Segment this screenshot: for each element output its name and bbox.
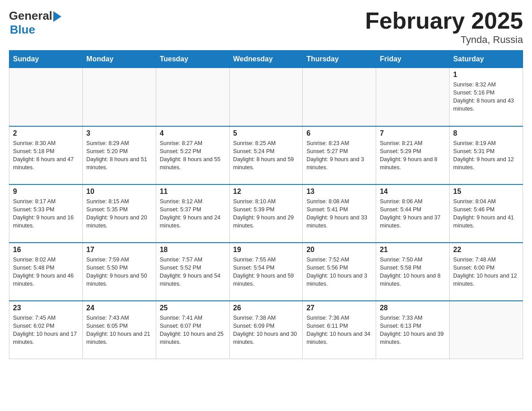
calendar-day-cell: 15Sunrise: 8:04 AM Sunset: 5:46 PM Dayli…: [450, 184, 523, 243]
calendar-day-cell: [156, 68, 229, 126]
calendar-day-cell: 6Sunrise: 8:23 AM Sunset: 5:27 PM Daylig…: [303, 126, 376, 184]
day-number: 26: [233, 304, 299, 312]
day-info: Sunrise: 8:32 AM Sunset: 5:16 PM Dayligh…: [453, 81, 519, 113]
calendar-day-cell: [450, 301, 523, 359]
calendar-day-cell: 20Sunrise: 7:52 AM Sunset: 5:56 PM Dayli…: [303, 243, 376, 301]
calendar-day-cell: 11Sunrise: 8:12 AM Sunset: 5:37 PM Dayli…: [156, 184, 229, 243]
day-number: 28: [380, 304, 446, 312]
day-number: 17: [86, 246, 152, 254]
calendar-day-cell: [82, 68, 156, 126]
day-info: Sunrise: 8:04 AM Sunset: 5:46 PM Dayligh…: [453, 197, 519, 230]
calendar-week-row: 16Sunrise: 8:02 AM Sunset: 5:48 PM Dayli…: [9, 243, 523, 301]
calendar-day-cell: 14Sunrise: 8:06 AM Sunset: 5:44 PM Dayli…: [376, 184, 450, 243]
day-info: Sunrise: 7:45 AM Sunset: 6:02 PM Dayligh…: [13, 314, 79, 347]
calendar-day-cell: 16Sunrise: 8:02 AM Sunset: 5:48 PM Dayli…: [9, 243, 83, 301]
calendar-header-row: Sunday Monday Tuesday Wednesday Thursday…: [9, 51, 523, 68]
day-info: Sunrise: 8:23 AM Sunset: 5:27 PM Dayligh…: [306, 139, 372, 172]
header-wednesday: Wednesday: [229, 51, 303, 68]
calendar-day-cell: 22Sunrise: 7:48 AM Sunset: 6:00 PM Dayli…: [450, 243, 523, 301]
day-number: 27: [306, 304, 372, 312]
day-number: 3: [86, 129, 152, 137]
day-info: Sunrise: 8:02 AM Sunset: 5:48 PM Dayligh…: [13, 256, 79, 288]
day-number: 20: [306, 246, 372, 254]
calendar-day-cell: 18Sunrise: 7:57 AM Sunset: 5:52 PM Dayli…: [156, 243, 229, 301]
day-info: Sunrise: 8:12 AM Sunset: 5:37 PM Dayligh…: [160, 197, 226, 230]
day-number: 19: [233, 246, 299, 254]
day-info: Sunrise: 7:59 AM Sunset: 5:50 PM Dayligh…: [86, 256, 152, 288]
logo-arrow-icon: [53, 11, 61, 22]
calendar-day-cell: [9, 68, 83, 126]
calendar-day-cell: 23Sunrise: 7:45 AM Sunset: 6:02 PM Dayli…: [9, 301, 83, 359]
day-info: Sunrise: 8:17 AM Sunset: 5:33 PM Dayligh…: [13, 197, 79, 230]
day-info: Sunrise: 8:27 AM Sunset: 5:22 PM Dayligh…: [160, 139, 226, 172]
day-info: Sunrise: 8:29 AM Sunset: 5:20 PM Dayligh…: [86, 139, 152, 172]
day-info: Sunrise: 7:57 AM Sunset: 5:52 PM Dayligh…: [160, 256, 226, 288]
day-number: 24: [86, 304, 152, 312]
calendar-location: Tynda, Russia: [365, 34, 523, 46]
day-number: 2: [13, 129, 79, 137]
calendar-day-cell: 7Sunrise: 8:21 AM Sunset: 5:29 PM Daylig…: [376, 126, 450, 184]
day-number: 16: [13, 246, 79, 254]
day-info: Sunrise: 8:15 AM Sunset: 5:35 PM Dayligh…: [86, 197, 152, 230]
day-number: 8: [453, 129, 519, 137]
day-info: Sunrise: 8:30 AM Sunset: 5:18 PM Dayligh…: [13, 139, 79, 172]
day-number: 23: [13, 304, 79, 312]
day-number: 21: [380, 246, 446, 254]
calendar-day-cell: [303, 68, 376, 126]
day-info: Sunrise: 8:21 AM Sunset: 5:29 PM Dayligh…: [380, 139, 446, 172]
header-tuesday: Tuesday: [156, 51, 229, 68]
day-number: 14: [380, 188, 446, 196]
calendar-day-cell: 21Sunrise: 7:50 AM Sunset: 5:58 PM Dayli…: [376, 243, 450, 301]
day-number: 11: [160, 188, 226, 196]
day-number: 7: [380, 129, 446, 137]
day-number: 18: [160, 246, 226, 254]
header-saturday: Saturday: [450, 51, 523, 68]
day-info: Sunrise: 7:38 AM Sunset: 6:09 PM Dayligh…: [233, 314, 299, 347]
logo-general-text: General: [9, 9, 52, 23]
calendar-day-cell: [229, 68, 303, 126]
day-number: 15: [453, 188, 519, 196]
logo-blue-text: Blue: [10, 23, 35, 37]
day-number: 12: [233, 188, 299, 196]
day-info: Sunrise: 8:08 AM Sunset: 5:41 PM Dayligh…: [306, 197, 372, 230]
calendar-day-cell: 9Sunrise: 8:17 AM Sunset: 5:33 PM Daylig…: [9, 184, 83, 243]
calendar-day-cell: 27Sunrise: 7:36 AM Sunset: 6:11 PM Dayli…: [303, 301, 376, 359]
day-info: Sunrise: 7:36 AM Sunset: 6:11 PM Dayligh…: [306, 314, 372, 347]
calendar-title: February 2025: [365, 9, 523, 32]
day-number: 13: [306, 188, 372, 196]
calendar-day-cell: 8Sunrise: 8:19 AM Sunset: 5:31 PM Daylig…: [450, 126, 523, 184]
header-sunday: Sunday: [9, 51, 83, 68]
day-info: Sunrise: 7:43 AM Sunset: 6:05 PM Dayligh…: [86, 314, 152, 347]
calendar-day-cell: 17Sunrise: 7:59 AM Sunset: 5:50 PM Dayli…: [82, 243, 156, 301]
calendar-day-cell: 1Sunrise: 8:32 AM Sunset: 5:16 PM Daylig…: [450, 68, 523, 126]
calendar-day-cell: 2Sunrise: 8:30 AM Sunset: 5:18 PM Daylig…: [9, 126, 83, 184]
calendar-day-cell: 10Sunrise: 8:15 AM Sunset: 5:35 PM Dayli…: [82, 184, 156, 243]
day-info: Sunrise: 7:48 AM Sunset: 6:00 PM Dayligh…: [453, 256, 519, 288]
day-info: Sunrise: 7:50 AM Sunset: 5:58 PM Dayligh…: [380, 256, 446, 288]
calendar-day-cell: [376, 68, 450, 126]
day-info: Sunrise: 7:41 AM Sunset: 6:07 PM Dayligh…: [160, 314, 226, 347]
day-info: Sunrise: 7:55 AM Sunset: 5:54 PM Dayligh…: [233, 256, 299, 288]
calendar-day-cell: 3Sunrise: 8:29 AM Sunset: 5:20 PM Daylig…: [82, 126, 156, 184]
calendar-day-cell: 28Sunrise: 7:33 AM Sunset: 6:13 PM Dayli…: [376, 301, 450, 359]
page-header: General Blue February 2025 Tynda, Russia: [9, 9, 523, 46]
header-friday: Friday: [376, 51, 450, 68]
calendar-day-cell: 25Sunrise: 7:41 AM Sunset: 6:07 PM Dayli…: [156, 301, 229, 359]
calendar-table: Sunday Monday Tuesday Wednesday Thursday…: [9, 50, 523, 359]
calendar-week-row: 23Sunrise: 7:45 AM Sunset: 6:02 PM Dayli…: [9, 301, 523, 359]
day-number: 6: [306, 129, 372, 137]
calendar-day-cell: 12Sunrise: 8:10 AM Sunset: 5:39 PM Dayli…: [229, 184, 303, 243]
day-info: Sunrise: 7:33 AM Sunset: 6:13 PM Dayligh…: [380, 314, 446, 347]
calendar-week-row: 1Sunrise: 8:32 AM Sunset: 5:16 PM Daylig…: [9, 68, 523, 126]
day-number: 25: [160, 304, 226, 312]
day-info: Sunrise: 8:06 AM Sunset: 5:44 PM Dayligh…: [380, 197, 446, 230]
day-info: Sunrise: 8:10 AM Sunset: 5:39 PM Dayligh…: [233, 197, 299, 230]
calendar-day-cell: 26Sunrise: 7:38 AM Sunset: 6:09 PM Dayli…: [229, 301, 303, 359]
calendar-week-row: 9Sunrise: 8:17 AM Sunset: 5:33 PM Daylig…: [9, 184, 523, 243]
calendar-day-cell: 19Sunrise: 7:55 AM Sunset: 5:54 PM Dayli…: [229, 243, 303, 301]
day-number: 9: [13, 188, 79, 196]
logo: General Blue: [9, 9, 61, 37]
calendar-day-cell: 13Sunrise: 8:08 AM Sunset: 5:41 PM Dayli…: [303, 184, 376, 243]
calendar-day-cell: 4Sunrise: 8:27 AM Sunset: 5:22 PM Daylig…: [156, 126, 229, 184]
day-number: 10: [86, 188, 152, 196]
